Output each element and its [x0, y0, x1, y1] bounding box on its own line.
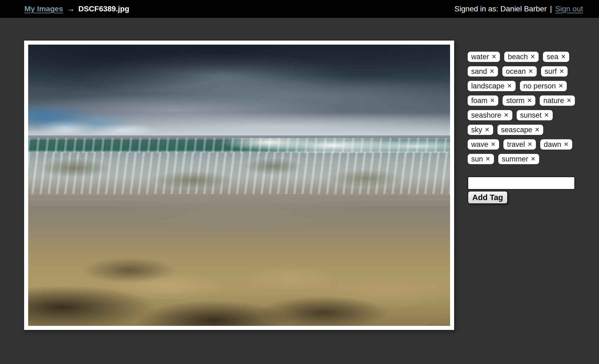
remove-tag-icon[interactable]: ✕: [559, 68, 564, 74]
photo-vignette-layer: [28, 45, 450, 326]
tag-pill: beach ✕: [504, 52, 539, 62]
photo-filename: DSCF6389.jpg: [78, 5, 129, 13]
tag-pill: water ✕: [468, 52, 500, 62]
tag-label: sand: [471, 66, 487, 77]
remove-tag-icon[interactable]: ✕: [531, 156, 536, 162]
remove-tag-icon[interactable]: ✕: [561, 54, 566, 60]
remove-tag-icon[interactable]: ✕: [485, 127, 490, 133]
remove-tag-icon[interactable]: ✕: [544, 112, 549, 118]
remove-tag-icon[interactable]: ✕: [490, 98, 495, 104]
tag-pill: no person ✕: [520, 81, 567, 91]
tag-label: seascape: [501, 125, 532, 135]
tag-pill: travel ✕: [503, 139, 536, 150]
tag-pill: sand ✕: [468, 66, 498, 77]
tag-pill: sea ✕: [543, 52, 569, 62]
topbar: My Images → DSCF6389.jpg Signed in as: D…: [0, 0, 599, 18]
tag-pill: seashore ✕: [468, 110, 512, 120]
tag-label: storm: [506, 95, 525, 106]
remove-tag-icon[interactable]: ✕: [491, 141, 496, 147]
tag-pill: dawn ✕: [540, 139, 572, 150]
photo-frame: [24, 41, 454, 330]
remove-tag-icon[interactable]: ✕: [528, 141, 532, 147]
remove-tag-icon[interactable]: ✕: [491, 54, 496, 60]
remove-tag-icon[interactable]: ✕: [527, 98, 532, 104]
remove-tag-icon[interactable]: ✕: [530, 54, 535, 60]
tag-label: nature: [543, 95, 564, 106]
tag-label: travel: [507, 139, 525, 150]
tag-pill: sunset ✕: [517, 110, 553, 120]
tag-label: seashore: [471, 110, 501, 120]
tag-label: no person: [523, 81, 556, 91]
tag-label: sea: [546, 52, 558, 62]
remove-tag-icon[interactable]: ✕: [507, 83, 512, 89]
tag-label: surf: [545, 66, 557, 77]
my-images-link[interactable]: My Images: [24, 5, 63, 13]
remove-tag-icon[interactable]: ✕: [528, 68, 533, 74]
remove-tag-icon[interactable]: ✕: [564, 141, 568, 147]
tag-label: ocean: [506, 66, 526, 77]
tag-pill: sun ✕: [468, 154, 494, 164]
tag-pill: sky ✕: [468, 125, 493, 135]
add-tag-button[interactable]: Add Tag: [468, 191, 508, 204]
separator: |: [550, 5, 552, 13]
remove-tag-icon[interactable]: ✕: [486, 156, 490, 162]
tag-pill: nature ✕: [540, 95, 575, 106]
tag-pill: surf ✕: [541, 66, 568, 77]
breadcrumb: My Images → DSCF6389.jpg: [24, 5, 129, 13]
tag-pill: ocean ✕: [502, 66, 537, 77]
remove-tag-icon[interactable]: ✕: [504, 112, 509, 118]
new-tag-input[interactable]: [468, 177, 575, 190]
remove-tag-icon[interactable]: ✕: [558, 83, 563, 89]
remove-tag-icon[interactable]: ✕: [567, 98, 571, 104]
tag-pill: summer ✕: [498, 154, 539, 164]
tag-label: landscape: [471, 81, 504, 91]
photo: [28, 45, 450, 326]
signed-in-text: Signed in as: Daniel Barber: [454, 5, 547, 13]
tag-label: dawn: [544, 139, 561, 150]
tag-label: summer: [502, 154, 528, 164]
tag-label: sunset: [520, 110, 542, 120]
tag-pill: landscape ✕: [468, 81, 516, 91]
add-tag-form: Add Tag: [468, 177, 576, 204]
tag-list: water ✕ beach ✕ sea ✕ sand ✕ ocean ✕ sur…: [468, 52, 576, 164]
tag-label: sky: [471, 125, 482, 135]
tag-pill: wave ✕: [468, 139, 499, 150]
tag-label: water: [471, 52, 489, 62]
tag-pill: foam ✕: [468, 95, 498, 106]
tag-label: beach: [508, 52, 528, 62]
tag-label: sun: [471, 154, 483, 164]
remove-tag-icon[interactable]: ✕: [490, 68, 494, 74]
breadcrumb-arrow-icon: →: [67, 5, 74, 13]
tag-sidebar: water ✕ beach ✕ sea ✕ sand ✕ ocean ✕ sur…: [468, 52, 576, 204]
tag-label: foam: [471, 95, 487, 106]
tag-label: wave: [471, 139, 488, 150]
account-area: Signed in as: Daniel Barber | Sign out: [454, 5, 583, 13]
tag-pill: storm ✕: [503, 95, 535, 106]
sign-out-link[interactable]: Sign out: [555, 5, 583, 13]
remove-tag-icon[interactable]: ✕: [535, 127, 540, 133]
tag-pill: seascape ✕: [497, 125, 543, 135]
